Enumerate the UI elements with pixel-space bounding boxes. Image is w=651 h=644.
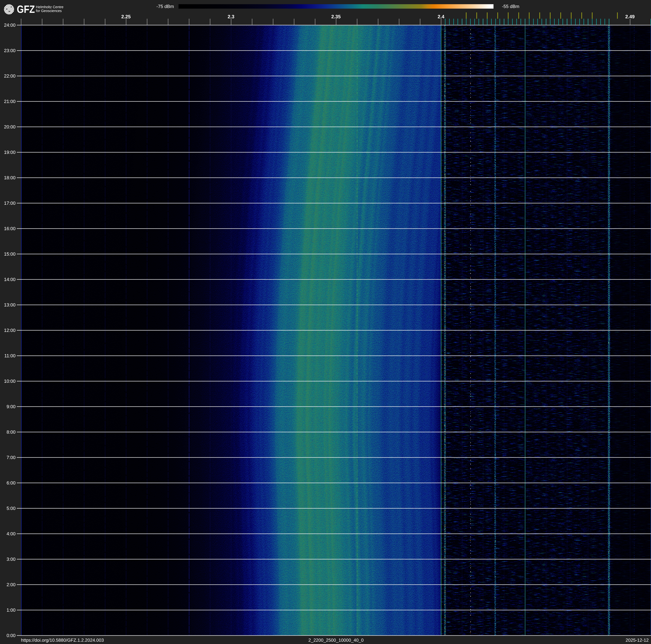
- svg-text:18:00: 18:00: [4, 175, 16, 180]
- svg-text:6:00: 6:00: [6, 480, 16, 486]
- svg-text:15:00: 15:00: [4, 252, 16, 257]
- svg-text:12:00: 12:00: [4, 328, 16, 333]
- svg-text:13:00: 13:00: [4, 302, 16, 308]
- svg-text:Helmholtz Centre: Helmholtz Centre: [36, 5, 63, 9]
- svg-text:2.35: 2.35: [331, 14, 341, 19]
- svg-text:2_2200_2500_10000_40_0: 2_2200_2500_10000_40_0: [308, 638, 364, 643]
- svg-text:24:00: 24:00: [4, 23, 16, 28]
- svg-text:21:00: 21:00: [4, 99, 16, 104]
- svg-text:16:00: 16:00: [4, 226, 16, 231]
- svg-text:https://doi.org/10.5880/GFZ.1.: https://doi.org/10.5880/GFZ.1.2.2024.003: [21, 638, 104, 643]
- svg-text:14:00: 14:00: [4, 277, 16, 282]
- svg-text:-55 dBm: -55 dBm: [502, 4, 519, 9]
- svg-text:3:00: 3:00: [6, 557, 16, 562]
- svg-text:2025-12-12: 2025-12-12: [626, 638, 649, 643]
- svg-text:GFZ: GFZ: [17, 3, 35, 15]
- svg-text:2.4: 2.4: [438, 14, 444, 19]
- svg-text:for Geosciences: for Geosciences: [36, 9, 62, 13]
- svg-text:19:00: 19:00: [4, 150, 16, 155]
- svg-text:7:00: 7:00: [6, 455, 16, 460]
- svg-text:17:00: 17:00: [4, 201, 16, 206]
- svg-text:8:00: 8:00: [6, 430, 16, 435]
- svg-text:22:00: 22:00: [4, 74, 16, 79]
- svg-text:2:00: 2:00: [6, 582, 16, 587]
- svg-text:20:00: 20:00: [4, 124, 16, 129]
- svg-text:23:00: 23:00: [4, 48, 16, 53]
- svg-text:10:00: 10:00: [4, 379, 16, 384]
- svg-text:0:00: 0:00: [6, 633, 16, 638]
- svg-text:2.25: 2.25: [121, 14, 131, 19]
- svg-text:2.3: 2.3: [228, 14, 235, 19]
- svg-text:11:00: 11:00: [4, 353, 16, 358]
- svg-text:2.49: 2.49: [625, 14, 635, 19]
- svg-text:1:00: 1:00: [6, 608, 16, 613]
- svg-text:9:00: 9:00: [6, 404, 16, 409]
- svg-text:5:00: 5:00: [6, 506, 16, 511]
- svg-text:4:00: 4:00: [6, 531, 16, 536]
- svg-text:-75 dBm: -75 dBm: [156, 4, 174, 9]
